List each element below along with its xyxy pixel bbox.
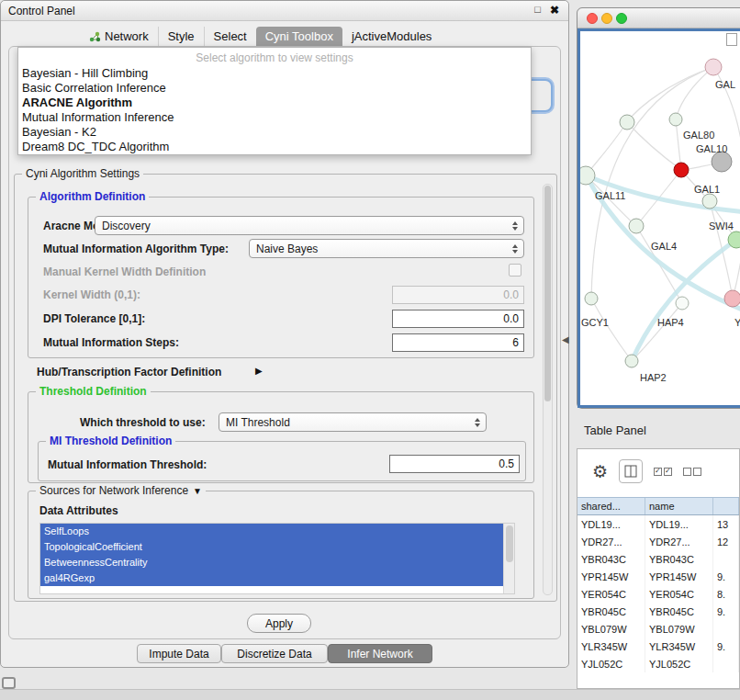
cell: YLR345W	[577, 638, 645, 655]
column-header-name[interactable]: name	[645, 498, 713, 514]
network-tab-icon	[89, 31, 101, 42]
column-selector-button[interactable]	[619, 459, 643, 483]
table-row[interactable]: YLR345W YLR345W 9.	[577, 638, 739, 655]
attribute-item[interactable]: gal4RGexp	[40, 570, 505, 586]
cell: YER054C	[645, 585, 713, 603]
table-row[interactable]: YJL052C YJL052C	[577, 655, 739, 672]
tab-cyni-toolbox[interactable]: Cyni Toolbox	[256, 27, 342, 46]
manual-kernel-width-checkbox[interactable]	[509, 264, 521, 277]
close-traffic-light[interactable]	[587, 13, 598, 24]
node-label: Y	[734, 317, 740, 328]
uncheck-all-button[interactable]	[683, 468, 701, 476]
network-node[interactable]	[705, 59, 722, 75]
tab-network[interactable]: Network	[80, 27, 158, 46]
table-row[interactable]: YDR27... YDR27... 12	[577, 533, 739, 550]
hub-expander-icon[interactable]: ▶	[255, 366, 263, 376]
tab-jactivemodules[interactable]: jActiveModules	[342, 27, 441, 46]
table-row[interactable]: YDL19... YDL19... 13	[577, 515, 739, 533]
cell: YBL079W	[577, 620, 645, 638]
attributes-scrollbar[interactable]	[503, 524, 514, 593]
hub-section-label: Hub/Transcription Factor Definition	[37, 366, 221, 378]
cell: 12	[713, 533, 739, 550]
kernel-width-field[interactable]: 0.0	[392, 286, 524, 304]
cell: 9.	[713, 568, 739, 585]
tab-discretize-data[interactable]: Discretize Data	[221, 644, 328, 663]
threshold-definition-title: Threshold Definition	[36, 385, 151, 398]
unchecked-box-icon	[693, 468, 701, 476]
dpi-tolerance-field[interactable]: 0.0	[392, 310, 524, 328]
which-threshold-select[interactable]: MI Threshold	[219, 412, 487, 432]
network-node[interactable]	[620, 115, 634, 130]
mi-algorithm-type-select[interactable]: Naive Bayes	[249, 239, 524, 258]
cell: YDR27...	[645, 533, 713, 550]
column-header-extra[interactable]	[713, 498, 739, 514]
mi-threshold-field[interactable]: 0.5	[389, 455, 520, 473]
network-node-hap2[interactable]	[625, 355, 638, 367]
table-row[interactable]: YPR145W YPR145W 9.	[577, 568, 739, 585]
tab-impute-data[interactable]: Impute Data	[137, 644, 221, 663]
gear-icon[interactable]: ⚙	[592, 463, 608, 480]
apply-button[interactable]: Apply	[247, 614, 311, 633]
settings-scrollbar[interactable]	[543, 184, 553, 595]
checked-box-icon	[664, 468, 672, 476]
table-row[interactable]: YER054C YER054C 8.	[577, 585, 739, 603]
network-window-titlebar[interactable]	[577, 8, 740, 28]
mi-threshold-definition-group: MI Threshold Definition Mutual Informati…	[38, 441, 526, 481]
sources-expander-icon[interactable]: ▼	[193, 486, 202, 496]
kernel-width-label: Kernel Width (0,1):	[43, 288, 140, 301]
cell: YPR145W	[645, 568, 713, 585]
tab-select[interactable]: Select	[204, 27, 256, 46]
mi-steps-label: Mutual Information Steps:	[43, 336, 179, 349]
close-window-icon[interactable]: ✖	[550, 4, 559, 17]
minimize-traffic-light[interactable]	[601, 13, 612, 24]
network-node-gal4[interactable]	[629, 219, 644, 233]
network-node-gal1[interactable]	[702, 194, 717, 209]
network-node-gcy1[interactable]	[585, 292, 598, 305]
check-all-button[interactable]	[654, 468, 672, 476]
sources-title-label: Sources for Network Inference	[39, 484, 188, 497]
cell: YJL052C	[645, 655, 713, 672]
network-node-gal10[interactable]	[674, 163, 689, 177]
algorithm-option[interactable]: Basic Correlation Inference	[18, 81, 531, 96]
network-node[interactable]	[676, 297, 689, 310]
attribute-item[interactable]: TopologicalCoefficient	[40, 539, 505, 555]
table-row[interactable]: YBL079W YBL079W	[577, 620, 739, 638]
mi-algorithm-type-label: Mutual Information Algorithm Type:	[43, 243, 229, 255]
column-header-shared-name[interactable]: shared...	[577, 498, 645, 514]
settings-scrollbar-thumb[interactable]	[544, 186, 551, 401]
control-panel-titlebar[interactable]: Control Panel □ ✖	[1, 1, 568, 21]
cell: 13	[713, 515, 739, 533]
network-node-gal11[interactable]	[580, 166, 595, 185]
algorithm-definition-title: Algorithm Definition	[36, 190, 149, 203]
mi-steps-field[interactable]: 6	[392, 333, 524, 352]
attribute-item[interactable]: SelfLoops	[40, 524, 505, 539]
algorithm-dropdown-popup: Select algorithm to view settings Bayesi…	[17, 47, 532, 155]
tab-infer-network[interactable]: Infer Network	[328, 644, 432, 663]
algorithm-option[interactable]: Bayesian - K2	[18, 125, 531, 140]
network-node-swi4[interactable]	[728, 231, 740, 248]
aracne-mode-select[interactable]: Discovery	[95, 216, 524, 235]
algorithm-option[interactable]: Mutual Information Inference	[18, 110, 531, 125]
network-canvas[interactable]: GAL GAL80 GAL10 GAL11 GAL1 SWI4 GAL4 GCY…	[577, 28, 740, 408]
control-panel-tabs: Network Style Select Cyni Toolbox jActiv…	[80, 27, 441, 46]
table-row[interactable]: YBR043C YBR043C	[577, 550, 739, 568]
algorithm-option-selected[interactable]: ARACNE Algorithm	[18, 96, 531, 110]
combo-arrows-icon	[512, 221, 518, 231]
tab-jactivemodules-label: jActiveModules	[352, 29, 432, 43]
zoom-traffic-light[interactable]	[616, 13, 627, 24]
algorithm-option[interactable]: Dream8 DC_TDC Algorithm	[18, 140, 531, 154]
network-node-hap4[interactable]	[724, 290, 740, 307]
network-node[interactable]	[669, 113, 682, 126]
splitter-collapse-arrow[interactable]: ◀	[562, 334, 569, 344]
control-panel-window: Control Panel □ ✖ Network Style Select	[0, 0, 569, 668]
network-scrollbar[interactable]	[726, 33, 737, 46]
cell	[713, 550, 739, 568]
minimized-panel-icon[interactable]	[2, 677, 16, 689]
sources-title: Sources for Network Inference ▼	[36, 484, 206, 497]
attribute-item[interactable]: BetweennessCentrality	[40, 555, 505, 570]
tab-style[interactable]: Style	[158, 27, 204, 46]
float-window-icon[interactable]: □	[534, 4, 541, 15]
network-node[interactable]	[712, 152, 732, 172]
table-row[interactable]: YBR045C YBR045C 9.	[577, 603, 739, 620]
algorithm-option[interactable]: Bayesian - Hill Climbing	[18, 66, 531, 81]
